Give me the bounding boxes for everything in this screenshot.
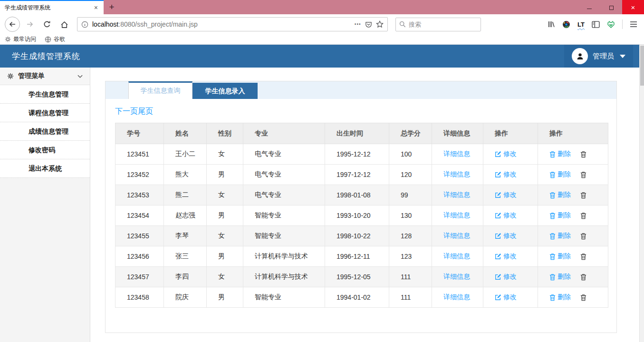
menu-hamburger-icon[interactable] [630, 21, 637, 28]
delete-link[interactable]: 删除 [549, 273, 571, 281]
edit-link[interactable]: 修改 [495, 252, 517, 261]
delete-link[interactable]: 删除 [549, 211, 571, 220]
minimize-button[interactable] [578, 0, 600, 14]
sidebar-item[interactable]: 成绩信息管理 [0, 122, 90, 141]
edit-link[interactable]: 修改 [495, 273, 517, 281]
detail-link[interactable]: 详细信息 [443, 232, 470, 240]
trash-icon-button[interactable] [580, 171, 586, 178]
trash-icon-button[interactable] [580, 233, 586, 240]
table-row: 123454 赵志强 男 智能专业 1993-10-20 130 详细信息 修改… [115, 205, 608, 226]
trash-icon-button[interactable] [580, 212, 586, 219]
trash-icon-button[interactable] [580, 151, 586, 158]
edit-icon [495, 212, 501, 219]
sidebar-item[interactable]: 学生信息管理 [0, 85, 90, 104]
search-bar[interactable] [395, 18, 481, 31]
sidebar-item[interactable]: 退出本系统 [0, 159, 90, 178]
edit-icon [495, 151, 501, 157]
pocket-icon[interactable] [365, 21, 372, 28]
cell-gender: 男 [207, 165, 243, 185]
site-header: 学生成绩管理系统 管理员 [0, 45, 639, 68]
table-row: 123452 熊大 男 电气专业 1997-12-12 120 详细信息 修改 … [115, 165, 608, 185]
bookmark-most-visited[interactable]: 最常访问 [5, 35, 36, 43]
trash-icon [580, 192, 586, 199]
scrollbar-thumb[interactable] [640, 46, 644, 86]
column-header: 出生时间 [325, 123, 389, 144]
edit-link[interactable]: 修改 [495, 293, 517, 302]
next-page-link[interactable]: 下一页 [115, 107, 138, 115]
browser-tab[interactable]: 学生成绩管理系统 × [0, 0, 104, 14]
toolbar-extensions: LT [548, 20, 639, 29]
cell-gender: 男 [207, 205, 243, 226]
sidebar-toggle-icon[interactable] [592, 21, 600, 28]
cell-major: 电气专业 [243, 185, 325, 205]
delete-link[interactable]: 删除 [549, 150, 571, 158]
restore-button[interactable] [600, 0, 622, 14]
detail-link[interactable]: 详细信息 [443, 293, 470, 302]
reload-button[interactable] [40, 17, 54, 31]
titlebar-drag-area [120, 0, 578, 14]
edit-icon [495, 274, 501, 280]
edit-link[interactable]: 修改 [495, 232, 517, 240]
delete-link[interactable]: 删除 [549, 170, 571, 179]
table-row: 123456 张三 男 计算机科学与技术 1996-12-11 123 详细信息… [115, 246, 608, 267]
student-table: 学号姓名性别专业出生时间总学分详细信息操作操作 123451 王小二 女 电气专… [115, 123, 608, 308]
delete-link[interactable]: 删除 [549, 232, 571, 240]
home-button[interactable] [57, 17, 71, 31]
detail-link[interactable]: 详细信息 [443, 273, 470, 281]
sidebar: 管理菜单 学生信息管理课程信息管理成绩信息管理修改密码退出本系统 [0, 68, 90, 342]
lens-extension-icon[interactable] [562, 20, 570, 29]
sidebar-menu-header[interactable]: 管理菜单 [0, 68, 90, 85]
edit-link[interactable]: 修改 [495, 191, 517, 199]
trash-icon-button[interactable] [580, 294, 586, 301]
trash-icon-button[interactable] [580, 192, 586, 199]
edit-link[interactable]: 修改 [495, 170, 517, 179]
detail-link[interactable]: 详细信息 [443, 150, 470, 158]
edit-link[interactable]: 修改 [495, 150, 517, 158]
sidebar-item[interactable]: 课程信息管理 [0, 104, 90, 122]
close-button[interactable]: × [622, 0, 644, 14]
tab-close-icon[interactable]: × [92, 4, 100, 11]
page-scrollbar[interactable] [639, 45, 644, 342]
restore-icon [609, 6, 614, 10]
cell-student-id: 123458 [115, 287, 164, 308]
cell-major: 智能专业 [243, 226, 325, 246]
url-text[interactable]: localhost:8080/ssh_project/main.jsp [92, 20, 351, 28]
cell-birthdate: 1993-10-20 [325, 205, 389, 226]
delete-link[interactable]: 删除 [549, 293, 571, 302]
trash-icon-button[interactable] [580, 253, 586, 260]
forward-button[interactable] [23, 17, 37, 31]
edit-link[interactable]: 修改 [495, 211, 517, 220]
site-info-icon[interactable] [81, 21, 88, 28]
detail-link[interactable]: 详细信息 [443, 191, 470, 199]
cell-name: 李四 [164, 267, 207, 287]
url-bar[interactable]: localhost:8080/ssh_project/main.jsp ••• [77, 17, 388, 31]
caret-down-icon [620, 55, 625, 58]
detail-link[interactable]: 详细信息 [443, 252, 470, 261]
delete-link[interactable]: 删除 [549, 191, 571, 199]
page-actions-icon[interactable]: ••• [355, 22, 361, 27]
detail-link[interactable]: 详细信息 [443, 211, 470, 220]
wappalyzer-icon[interactable] [607, 20, 615, 29]
admin-dropdown[interactable]: 管理员 [564, 45, 633, 68]
detail-link[interactable]: 详细信息 [443, 170, 470, 179]
back-button[interactable] [5, 17, 20, 32]
delete-link[interactable]: 删除 [549, 252, 571, 261]
bookmark-google[interactable]: 谷歌 [45, 35, 65, 43]
cell-credits: 111 [389, 267, 432, 287]
trash-icon [580, 233, 586, 240]
tab-student-entry[interactable]: 学生信息录入 [192, 83, 258, 99]
search-input[interactable] [409, 21, 466, 28]
new-tab-button[interactable]: + [104, 0, 120, 14]
table-row: 123458 院庆 男 智能专业 1994-01-02 111 详细信息 修改 … [115, 287, 608, 308]
languagetool-icon[interactable]: LT [577, 21, 585, 28]
library-icon[interactable] [548, 20, 555, 28]
edit-icon [495, 294, 501, 301]
sidebar-item[interactable]: 修改密码 [0, 141, 90, 159]
site-title: 学生成绩管理系统 [12, 51, 80, 62]
last-page-link[interactable]: 尾页 [138, 107, 153, 115]
trash-icon-button[interactable] [580, 274, 586, 281]
tab-student-query[interactable]: 学生信息查询 [128, 81, 192, 99]
reload-icon [43, 20, 51, 28]
main-content: 学生信息查询 学生信息录入 下一页尾页 学号姓名性别专业出生时间总学分详细信息操… [90, 68, 644, 342]
bookmark-star-icon[interactable] [376, 20, 384, 28]
